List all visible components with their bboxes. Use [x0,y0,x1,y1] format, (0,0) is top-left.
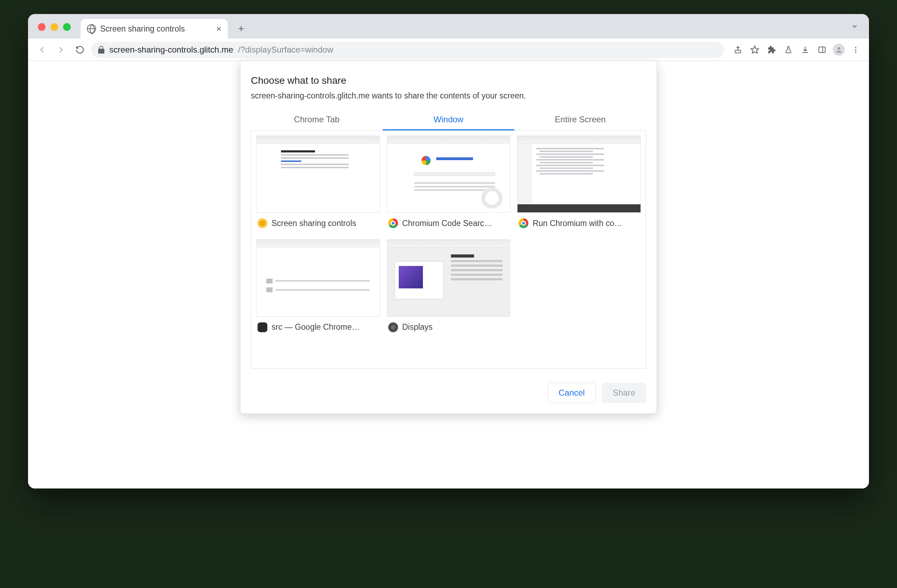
window-label: Screen sharing controls [272,219,356,228]
tab-search-button[interactable] [851,22,859,30]
lock-icon [98,46,104,54]
svg-point-6 [855,47,856,48]
address-bar[interactable]: screen-sharing-controls.glitch.me/?displ… [91,42,724,58]
window-option[interactable]: src — Google Chrome… [256,239,380,333]
window-thumbnail [256,239,380,316]
window-label: Run Chromium with co… [533,219,622,228]
svg-rect-3 [819,47,825,52]
terminal-icon [257,322,267,332]
url-path: /?displaySurface=window [238,45,333,55]
window-grid: Screen sharing controls Chromium Code Se… [256,136,641,334]
back-button[interactable] [34,42,50,57]
side-panel-icon[interactable] [815,43,829,57]
labs-icon[interactable] [781,43,795,57]
svg-point-7 [855,49,856,51]
window-thumbnail [387,239,511,316]
url-host: screen-sharing-controls.glitch.me [109,45,233,55]
browser-tab[interactable]: Screen sharing controls × [81,19,228,38]
share-page-icon[interactable] [731,43,745,57]
window-option[interactable]: Screen sharing controls [256,136,380,230]
profile-button[interactable] [832,43,846,57]
modal-actions: Cancel Share [251,383,646,403]
downloads-icon[interactable] [798,43,812,57]
window-thumbnail [387,136,511,213]
window-option[interactable]: Chromium Code Searc… [387,136,511,230]
tab-strip: Screen sharing controls × + [28,14,869,38]
tab-chrome-tab[interactable]: Chrome Tab [251,110,383,130]
modal-subtitle: screen-sharing-controls.glitch.me wants … [251,91,646,101]
system-preferences-icon [388,322,398,332]
browser-window: Screen sharing controls × + screen-shari… [28,14,869,488]
window-grid-container: Screen sharing controls Chromium Code Se… [251,130,646,369]
chrome-icon [388,218,398,228]
toolbar: screen-sharing-controls.glitch.me/?displ… [28,38,869,61]
window-thumbnail [517,136,641,213]
window-label: Displays [402,322,433,332]
canary-icon [257,218,267,228]
cancel-button[interactable]: Cancel [548,383,595,403]
forward-button[interactable] [53,42,69,57]
bookmark-icon[interactable] [748,43,762,57]
screen-share-picker: Choose what to share screen-sharing-cont… [240,61,657,414]
window-option[interactable]: Run Chromium with co… [517,136,641,230]
avatar-icon [833,44,845,56]
tab-window[interactable]: Window [383,110,514,130]
window-thumbnail [256,136,380,213]
page-content: Choose what to share screen-sharing-cont… [28,61,869,488]
globe-icon [87,24,96,33]
svg-point-5 [837,47,840,49]
extensions-icon[interactable] [765,43,779,57]
svg-point-8 [855,51,856,52]
window-label: Chromium Code Searc… [402,219,492,228]
close-tab-button[interactable]: × [216,24,222,33]
modal-title: Choose what to share [251,75,646,86]
menu-button[interactable] [849,43,863,57]
window-controls [38,23,71,31]
toolbar-actions [731,43,863,57]
minimize-window-button[interactable] [51,23,58,31]
close-window-button[interactable] [38,23,46,31]
share-type-tabs: Chrome Tab Window Entire Screen [251,110,646,131]
window-label: src — Google Chrome… [272,322,360,332]
chrome-icon [519,218,528,228]
maximize-window-button[interactable] [63,23,71,31]
svg-marker-1 [751,46,759,53]
new-tab-button[interactable]: + [233,20,250,37]
tab-entire-screen[interactable]: Entire Screen [514,110,646,130]
reload-button[interactable] [72,42,87,57]
share-button[interactable]: Share [602,383,646,403]
tab-title: Screen sharing controls [100,24,185,34]
window-option[interactable]: Displays [387,239,511,333]
